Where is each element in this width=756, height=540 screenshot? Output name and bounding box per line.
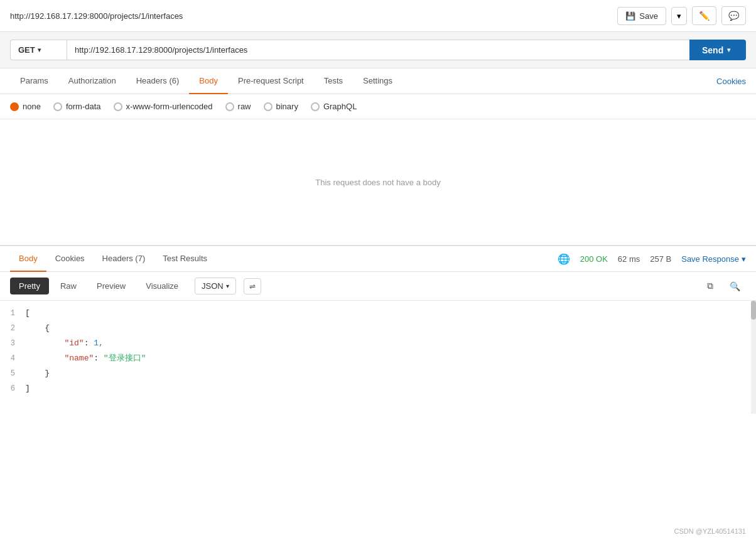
url-bar: GET ▾ Send ▾ bbox=[0, 32, 756, 68]
radio-raw-dot bbox=[225, 102, 234, 111]
save-response-button[interactable]: Save Response ▾ bbox=[681, 254, 746, 264]
method-chevron-icon: ▾ bbox=[38, 46, 41, 53]
tab-tests[interactable]: Tests bbox=[314, 68, 353, 94]
json-line-1: 1 [ bbox=[0, 306, 756, 321]
save-response-label: Save Response bbox=[681, 254, 739, 264]
send-button[interactable]: Send ▾ bbox=[689, 40, 746, 60]
save-icon: 💾 bbox=[625, 11, 635, 21]
body-options: none form-data x-www-form-urlencoded raw… bbox=[0, 94, 756, 119]
method-select[interactable]: GET ▾ bbox=[10, 40, 67, 60]
format-type-select[interactable]: JSON ▾ bbox=[195, 278, 236, 294]
body-option-form-data[interactable]: form-data bbox=[53, 102, 101, 111]
method-label: GET bbox=[18, 45, 35, 55]
response-section: Body Cookies Headers (7) Test Results 🌐 … bbox=[0, 245, 756, 414]
tab-cookies[interactable]: Cookies bbox=[716, 69, 746, 94]
json-line-4: 4 "name": "登录接口" bbox=[0, 351, 756, 366]
response-tab-body[interactable]: Body bbox=[10, 246, 46, 272]
json-viewer: 1 [ 2 { 3 "id": 1, 4 "name": "登录接口" 5 } bbox=[0, 301, 756, 414]
save-dropdown-button[interactable]: ▾ bbox=[671, 7, 687, 25]
radio-none-dot bbox=[10, 102, 19, 111]
json-content-4: "name": "登录接口" bbox=[25, 352, 756, 365]
json-content-5: } bbox=[25, 367, 756, 381]
body-option-binary[interactable]: binary bbox=[264, 102, 298, 111]
body-empty-area: This request does not have a body bbox=[0, 119, 756, 245]
format-type-chevron-icon: ▾ bbox=[226, 283, 229, 289]
tab-pre-request-script[interactable]: Pre-request Script bbox=[228, 68, 314, 94]
response-tab-headers[interactable]: Headers (7) bbox=[94, 246, 154, 272]
search-button[interactable]: 🔍 bbox=[724, 277, 746, 295]
wrap-button[interactable]: ⇌ bbox=[244, 278, 261, 294]
line-num-2: 2 bbox=[0, 322, 25, 335]
response-size: 257 B bbox=[650, 254, 671, 264]
format-tab-preview[interactable]: Preview bbox=[88, 278, 134, 294]
send-label: Send bbox=[702, 45, 723, 55]
top-bar-actions: 💾 Save ▾ ✏️ 💬 bbox=[617, 6, 746, 25]
save-button[interactable]: 💾 Save bbox=[617, 7, 666, 25]
save-response-chevron-icon: ▾ bbox=[742, 254, 746, 264]
radio-urlencoded-dot bbox=[114, 102, 122, 111]
line-num-3: 3 bbox=[0, 337, 25, 350]
chevron-down-icon: ▾ bbox=[677, 11, 681, 21]
json-content-6: ] bbox=[25, 382, 756, 396]
format-tab-visualize[interactable]: Visualize bbox=[137, 278, 187, 294]
search-icon: 🔍 bbox=[730, 281, 740, 291]
globe-icon: 🌐 bbox=[558, 253, 570, 265]
body-option-raw-label: raw bbox=[238, 102, 251, 111]
tab-headers[interactable]: Headers (6) bbox=[126, 68, 190, 94]
copy-icon: ⧉ bbox=[707, 281, 713, 291]
body-option-graphql[interactable]: GraphQL bbox=[311, 102, 357, 111]
format-tab-pretty[interactable]: Pretty bbox=[10, 278, 49, 294]
url-input[interactable] bbox=[67, 40, 689, 60]
wrap-icon: ⇌ bbox=[249, 282, 256, 291]
tab-authorization[interactable]: Authorization bbox=[58, 68, 126, 94]
response-tab-cookies[interactable]: Cookies bbox=[46, 246, 94, 272]
body-option-urlencoded[interactable]: x-www-form-urlencoded bbox=[114, 102, 213, 111]
scrollbar-track[interactable] bbox=[751, 301, 756, 414]
response-tab-test-results[interactable]: Test Results bbox=[154, 246, 216, 272]
response-status-bar: 🌐 200 OK 62 ms 257 B Save Response ▾ bbox=[558, 253, 746, 265]
format-bar: Pretty Raw Preview Visualize JSON ▾ ⇌ ⧉ … bbox=[0, 272, 756, 301]
empty-body-message: This request does not have a body bbox=[315, 178, 440, 187]
save-label: Save bbox=[639, 11, 658, 21]
radio-binary-dot bbox=[264, 102, 273, 111]
body-option-graphql-label: GraphQL bbox=[323, 102, 357, 111]
response-time: 62 ms bbox=[618, 254, 640, 264]
request-tabs-bar: Params Authorization Headers (6) Body Pr… bbox=[0, 68, 756, 94]
json-line-5: 5 } bbox=[0, 366, 756, 381]
json-line-3: 3 "id": 1, bbox=[0, 336, 756, 351]
line-num-6: 6 bbox=[0, 382, 25, 395]
line-num-5: 5 bbox=[0, 367, 25, 380]
format-tab-raw[interactable]: Raw bbox=[51, 278, 85, 294]
json-content-1: [ bbox=[25, 306, 756, 320]
json-line-6: 6 ] bbox=[0, 381, 756, 396]
json-content-3: "id": 1, bbox=[25, 337, 756, 350]
format-action-buttons: ⧉ 🔍 bbox=[701, 277, 746, 295]
line-num-1: 1 bbox=[0, 307, 25, 320]
edit-icon: ✏️ bbox=[699, 11, 710, 21]
comment-icon: 💬 bbox=[728, 11, 739, 21]
body-option-raw[interactable]: raw bbox=[225, 102, 251, 111]
top-bar: http://192.168.17.129:8000/projects/1/in… bbox=[0, 0, 756, 32]
body-option-none[interactable]: none bbox=[10, 102, 41, 111]
body-option-urlencoded-label: x-www-form-urlencoded bbox=[126, 102, 213, 111]
format-type-label: JSON bbox=[202, 281, 224, 291]
send-chevron-icon: ▾ bbox=[727, 46, 730, 53]
edit-button[interactable]: ✏️ bbox=[692, 6, 716, 25]
top-bar-url: http://192.168.17.129:8000/projects/1/in… bbox=[10, 11, 183, 21]
radio-form-data-dot bbox=[53, 102, 62, 111]
copy-button[interactable]: ⧉ bbox=[701, 277, 719, 295]
tab-body[interactable]: Body bbox=[189, 68, 228, 94]
line-num-4: 4 bbox=[0, 352, 25, 365]
status-code: 200 OK bbox=[580, 254, 608, 264]
body-option-none-label: none bbox=[23, 102, 41, 111]
json-line-2: 2 { bbox=[0, 321, 756, 336]
scrollbar-thumb[interactable] bbox=[751, 301, 756, 320]
json-content-2: { bbox=[25, 321, 756, 335]
body-option-form-data-label: form-data bbox=[66, 102, 101, 111]
tab-params[interactable]: Params bbox=[10, 68, 58, 94]
tab-settings[interactable]: Settings bbox=[353, 68, 402, 94]
response-tabs-bar: Body Cookies Headers (7) Test Results 🌐 … bbox=[0, 246, 756, 272]
comment-button[interactable]: 💬 bbox=[721, 6, 746, 25]
radio-graphql-dot bbox=[311, 102, 320, 111]
body-option-binary-label: binary bbox=[276, 102, 298, 111]
